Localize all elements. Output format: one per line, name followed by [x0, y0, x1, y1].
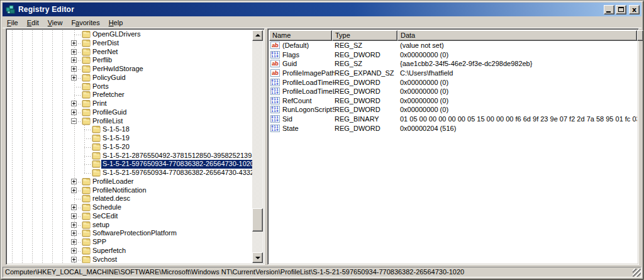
- folder-icon: [82, 82, 91, 91]
- tree-item-Print[interactable]: Print: [91, 99, 108, 108]
- tree-item-ProfileNotification[interactable]: ProfileNotification: [91, 186, 148, 195]
- tree-row: SPP: [8, 238, 252, 247]
- expand-toggle[interactable]: [71, 248, 77, 254]
- tree-item-SPP[interactable]: SPP: [91, 238, 108, 247]
- tree-item-S-1-5-19[interactable]: S-1-5-19: [101, 134, 131, 143]
- expand-toggle[interactable]: [71, 239, 77, 245]
- tree-row: PeerDist: [8, 39, 252, 48]
- tree-connector: [74, 95, 82, 96]
- expand-toggle[interactable]: [71, 40, 77, 46]
- tree-item-PolicyGuid[interactable]: PolicyGuid: [91, 74, 127, 82]
- column-header-type[interactable]: Type: [332, 30, 397, 41]
- folder-icon: [92, 160, 101, 168]
- tree-item-Svchost[interactable]: Svchost: [91, 255, 118, 264]
- tree-item-related.desc[interactable]: related.desc: [91, 194, 131, 203]
- scrollbar-thumb[interactable]: [252, 208, 263, 232]
- column-header-name[interactable]: Name: [269, 30, 332, 41]
- expand-toggle[interactable]: [71, 179, 77, 184]
- menu-help[interactable]: Help: [104, 18, 128, 28]
- tree-row: OpenGLDrivers: [8, 30, 252, 39]
- arrow-down-icon: [255, 257, 260, 259]
- selected-key-path: Computer\HKEY_LOCAL_MACHINE\SOFTWARE\Mic…: [3, 267, 641, 277]
- tree-row: PerHwIdStorage: [8, 65, 252, 74]
- value-row[interactable]: abProfileImagePathREG_EXPAND_SZC:\Users\…: [269, 69, 637, 78]
- value-row[interactable]: 011110RefCountREG_DWORD0x00000000 (0): [269, 96, 637, 106]
- tree-item-Prefetcher[interactable]: Prefetcher: [91, 91, 126, 99]
- tree-item-ProfileList[interactable]: ProfileList: [91, 117, 124, 126]
- tree-item-Ports[interactable]: Ports: [91, 82, 110, 91]
- expand-toggle[interactable]: [71, 188, 77, 193]
- menu-view[interactable]: View: [43, 18, 67, 28]
- tree-scrollbar[interactable]: [252, 30, 263, 263]
- expand-toggle[interactable]: [71, 49, 77, 55]
- tree-item-setup[interactable]: setup: [91, 221, 111, 230]
- value-row[interactable]: 011110StateREG_DWORD0x00000204 (516): [269, 123, 637, 133]
- value-row[interactable]: 011110ProfileLoadTimeHighREG_DWORD0x0000…: [269, 77, 637, 87]
- tree-row: S-1-5-21-597650934-770836382-26564730-10…: [8, 160, 252, 169]
- value-row[interactable]: 011110ProfileLoadTimeLowREG_DWORD0x00000…: [269, 87, 637, 96]
- tree-item-SoftwareProtectionPlatform[interactable]: SoftwareProtectionPlatform: [91, 229, 178, 238]
- expand-toggle[interactable]: [71, 66, 77, 72]
- tree-item-Schedule[interactable]: Schedule: [91, 203, 123, 212]
- resize-grip-icon[interactable]: [633, 269, 641, 277]
- string-icon: ab: [270, 42, 280, 49]
- value-row[interactable]: 011110SidREG_BINARY01 05 00 00 00 00 00 …: [269, 115, 637, 124]
- tree-item-SeCEdit[interactable]: SeCEdit: [91, 212, 119, 221]
- folder-icon: [92, 152, 101, 160]
- value-type: REG_EXPAND_SZ: [335, 69, 400, 77]
- menu-file[interactable]: File: [3, 18, 23, 28]
- title-bar[interactable]: Registry Editor x: [3, 3, 641, 16]
- expand-toggle[interactable]: [71, 101, 77, 106]
- menu-edit[interactable]: Edit: [23, 18, 43, 28]
- folder-icon: [82, 212, 91, 220]
- tree-row: related.desc: [8, 194, 252, 203]
- tree-item-PerHwIdStorage[interactable]: PerHwIdStorage: [91, 65, 145, 74]
- expand-toggle[interactable]: [71, 222, 77, 228]
- tree-item-PeerNet[interactable]: PeerNet: [91, 48, 119, 57]
- expand-toggle[interactable]: [71, 257, 77, 262]
- tree-item-ProfileLoader[interactable]: ProfileLoader: [91, 177, 135, 186]
- folder-icon: [82, 177, 91, 186]
- tree-row: S-1-5-21-597650934-770836382-26564730-43…: [8, 169, 252, 177]
- tree-item-ProfileGuid[interactable]: ProfileGuid: [91, 108, 128, 117]
- column-header-data[interactable]: Data: [397, 30, 637, 41]
- scroll-up-button[interactable]: [252, 30, 263, 41]
- value-row[interactable]: abGuidREG_SZ{aae1cbb2-34f5-46e2-9f3e-dc2…: [269, 59, 637, 69]
- minimize-button[interactable]: [604, 5, 614, 14]
- value-data: 0x00000000 (0): [400, 51, 637, 59]
- value-name: RunLogonScriptS...: [282, 106, 335, 113]
- expand-toggle[interactable]: [71, 75, 77, 81]
- tree-item-Perflib[interactable]: Perflib: [91, 56, 113, 65]
- maximize-button[interactable]: [616, 5, 626, 14]
- expand-toggle[interactable]: [71, 230, 77, 236]
- folder-icon: [82, 117, 91, 125]
- value-type: REG_BINARY: [335, 115, 400, 123]
- value-row[interactable]: 011110RunLogonScriptS...REG_DWORD0x00000…: [269, 105, 637, 115]
- tree-row: ProfileList: [8, 117, 252, 126]
- expand-toggle[interactable]: [71, 57, 77, 63]
- values-list-pane: Name Type Data ab(Default)REG_SZ(value n…: [267, 28, 639, 265]
- close-icon: x: [630, 6, 639, 14]
- scroll-down-button[interactable]: [252, 252, 263, 263]
- tree-row: setup: [8, 221, 252, 230]
- folder-icon: [82, 238, 91, 246]
- tree-connector: [74, 87, 82, 87]
- expand-toggle[interactable]: [71, 213, 77, 219]
- tree-item-S-1-5-20[interactable]: S-1-5-20: [101, 143, 131, 152]
- tree-item-S-1-5-21-597650934-770836382-26564730-1020[interactable]: S-1-5-21-597650934-770836382-26564730-10…: [101, 160, 252, 169]
- value-type: REG_DWORD: [335, 79, 400, 86]
- expand-toggle[interactable]: [71, 204, 77, 210]
- menu-favorites[interactable]: Favorites: [67, 18, 104, 28]
- collapse-toggle[interactable]: [71, 118, 77, 124]
- tree-item-PeerDist[interactable]: PeerDist: [91, 39, 120, 48]
- tree-item-Superfetch[interactable]: Superfetch: [91, 247, 127, 255]
- tree-item-OpenGLDrivers[interactable]: OpenGLDrivers: [91, 30, 142, 39]
- expand-toggle[interactable]: [71, 109, 77, 115]
- tree-item-S-1-5-21-2876550492-3781512850-3958252139-500[interactable]: S-1-5-21-2876550492-3781512850-395825213…: [101, 152, 252, 160]
- tree-item-S-1-5-21-597650934-770836382-26564730-4332[interactable]: S-1-5-21-597650934-770836382-26564730-43…: [101, 169, 252, 177]
- folder-icon: [92, 169, 101, 177]
- close-button[interactable]: x: [629, 5, 640, 14]
- value-row[interactable]: 011110FlagsREG_DWORD0x00000000 (0): [269, 50, 637, 60]
- tree-item-S-1-5-18[interactable]: S-1-5-18: [101, 125, 131, 134]
- value-row[interactable]: ab(Default)REG_SZ(value not set): [269, 41, 637, 50]
